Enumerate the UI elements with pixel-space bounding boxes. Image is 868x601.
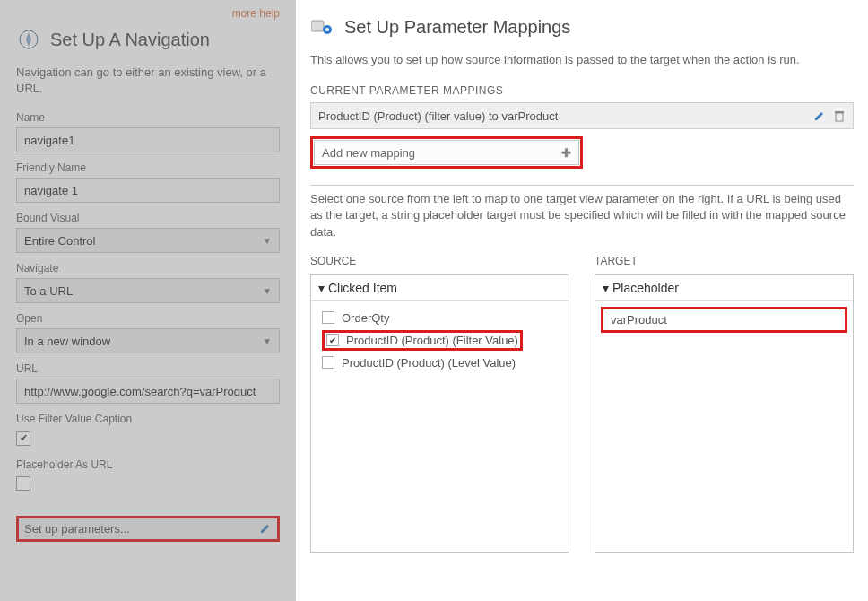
right-panel: Set Up Parameter Mappings This allows yo… [296,0,868,601]
add-mapping-label: Add new mapping [322,146,415,160]
current-mappings-label: CURRENT PARAMETER MAPPINGS [310,84,854,97]
divider [16,510,280,510]
source-checkbox[interactable] [322,356,334,369]
navigation-icon [16,27,41,52]
setup-parameters-button[interactable]: Set up parameters... [16,516,280,542]
placeholder-url-label: Placeholder As URL [16,458,280,471]
mapping-instruction: Select one source from the left to map t… [310,191,854,240]
name-input[interactable] [16,127,280,152]
filter-caption-checkbox[interactable] [16,431,30,446]
source-listbox: ▾ Clicked Item OrderQty ProductID (Produ… [310,274,569,553]
svg-marker-1 [26,32,31,47]
edit-mapping-icon[interactable] [813,109,826,122]
source-item-label: ProductID (Product) (Filter Value) [346,334,518,347]
right-title: Set Up Parameter Mappings [344,17,570,38]
svg-rect-2 [311,21,324,31]
pencil-icon [259,522,272,535]
mapping-gear-icon [310,14,335,39]
url-input[interactable] [16,379,280,404]
placeholder-url-checkbox[interactable] [16,476,30,491]
navigate-select[interactable]: To a URL ▼ [16,278,280,303]
friendly-name-input[interactable] [16,178,280,203]
source-checkbox[interactable] [322,311,334,324]
plus-icon: ✚ [561,146,571,160]
source-group-label: Clicked Item [328,281,397,295]
friendly-name-label: Friendly Name [16,161,280,174]
placeholder-url-row: Placeholder As URL [16,458,280,493]
bound-visual-select[interactable]: Entire Control ▼ [16,228,280,253]
right-title-row: Set Up Parameter Mappings [310,14,854,39]
caret-down-icon: ▾ [603,281,609,295]
mapping-text: ProductID (Product) (filter value) to va… [318,109,558,123]
target-head: TARGET [595,255,854,267]
source-column: SOURCE ▾ Clicked Item OrderQty ProductID… [310,255,569,553]
svg-rect-5 [836,113,843,121]
add-mapping-button[interactable]: Add new mapping ✚ [310,136,583,169]
source-checkbox[interactable] [326,334,339,346]
svg-point-4 [326,28,329,31]
filter-caption-row: Use Filter Value Caption [16,413,280,446]
target-group-label: Placeholder [612,281,679,295]
open-value: In a new window [24,335,110,348]
caret-down-icon: ▾ [318,281,325,295]
source-item-productid-level[interactable]: ProductID (Product) (Level Value) [320,353,560,372]
chevron-down-icon: ▼ [263,286,272,296]
left-panel: more help Set Up A Navigation Navigation… [0,0,296,601]
source-item-orderqty[interactable]: OrderQty [320,309,560,327]
filter-caption-label: Use Filter Value Caption [16,413,280,425]
navigate-value: To a URL [24,284,73,298]
source-item-productid-filter[interactable]: ProductID (Product) (Filter Value) [320,327,560,353]
source-item-label: ProductID (Product) (Level Value) [342,356,516,370]
more-help-link[interactable]: more help [16,0,280,20]
target-column: TARGET ▾ Placeholder varProduct [595,255,854,553]
svg-rect-6 [835,111,844,113]
mapping-row[interactable]: ProductID (Product) (filter value) to va… [310,102,854,129]
right-description: This allows you to set up how source inf… [310,52,854,68]
divider [310,185,854,186]
delete-mapping-icon[interactable] [833,109,846,122]
setup-parameters-label: Set up parameters... [24,522,130,536]
target-group-header[interactable]: ▾ Placeholder [595,275,853,301]
navigate-label: Navigate [16,262,280,274]
name-label: Name [16,111,280,124]
bound-visual-label: Bound Visual [16,212,280,224]
left-title: Set Up A Navigation [50,30,210,50]
left-description: Navigation can go to either an existing … [16,65,280,97]
source-item-label: OrderQty [342,311,389,325]
url-label: URL [16,362,280,375]
bound-visual-value: Entire Control [24,234,95,248]
mapping-columns: SOURCE ▾ Clicked Item OrderQty ProductID… [310,255,854,553]
open-select[interactable]: In a new window ▼ [16,328,280,353]
chevron-down-icon: ▼ [263,236,272,246]
target-item-varproduct[interactable]: varProduct [601,307,847,333]
left-title-row: Set Up A Navigation [16,27,280,52]
source-head: SOURCE [310,255,569,267]
open-label: Open [16,312,280,325]
chevron-down-icon: ▼ [263,336,272,346]
target-listbox: ▾ Placeholder varProduct [595,274,854,553]
source-group-header[interactable]: ▾ Clicked Item [311,275,569,301]
